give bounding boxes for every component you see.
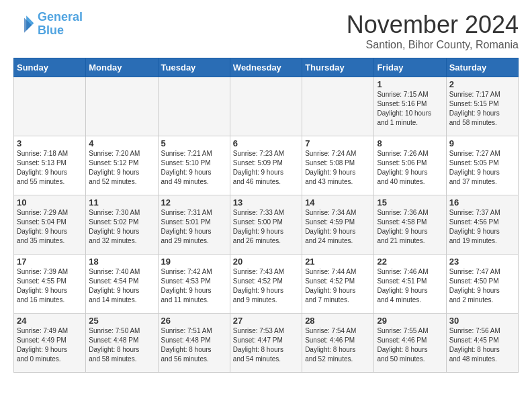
weekday-header-wednesday: Wednesday bbox=[230, 58, 302, 77]
calendar-cell: 3Sunrise: 7:18 AM Sunset: 5:13 PM Daylig… bbox=[14, 136, 86, 195]
calendar-cell: 26Sunrise: 7:51 AM Sunset: 4:48 PM Dayli… bbox=[158, 314, 230, 373]
calendar-cell: 29Sunrise: 7:55 AM Sunset: 4:46 PM Dayli… bbox=[374, 314, 446, 373]
day-info: Sunrise: 7:36 AM Sunset: 4:58 PM Dayligh… bbox=[377, 208, 443, 246]
calendar-cell: 24Sunrise: 7:49 AM Sunset: 4:49 PM Dayli… bbox=[14, 314, 86, 373]
day-info: Sunrise: 7:34 AM Sunset: 4:59 PM Dayligh… bbox=[305, 208, 371, 246]
day-number: 4 bbox=[89, 138, 154, 148]
logo-line1: General bbox=[38, 10, 83, 24]
calendar-cell: 21Sunrise: 7:44 AM Sunset: 4:52 PM Dayli… bbox=[302, 255, 374, 314]
day-info: Sunrise: 7:43 AM Sunset: 4:52 PM Dayligh… bbox=[233, 267, 299, 305]
calendar-cell bbox=[158, 77, 230, 136]
day-number: 20 bbox=[233, 257, 299, 267]
calendar-cell: 18Sunrise: 7:40 AM Sunset: 4:54 PM Dayli… bbox=[86, 255, 158, 314]
page: General Blue November 2024 Santion, Biho… bbox=[0, 0, 532, 383]
day-number: 21 bbox=[305, 257, 371, 267]
day-info: Sunrise: 7:49 AM Sunset: 4:49 PM Dayligh… bbox=[17, 326, 83, 364]
header: General Blue November 2024 Santion, Biho… bbox=[13, 11, 519, 51]
day-info: Sunrise: 7:23 AM Sunset: 5:09 PM Dayligh… bbox=[233, 149, 299, 187]
day-info: Sunrise: 7:29 AM Sunset: 5:04 PM Dayligh… bbox=[17, 208, 83, 246]
logo-line2: Blue bbox=[38, 24, 64, 37]
day-info: Sunrise: 7:15 AM Sunset: 5:16 PM Dayligh… bbox=[377, 90, 443, 128]
day-number: 22 bbox=[377, 257, 443, 267]
week-row-3: 10Sunrise: 7:29 AM Sunset: 5:04 PM Dayli… bbox=[14, 195, 519, 255]
calendar-cell: 25Sunrise: 7:50 AM Sunset: 4:48 PM Dayli… bbox=[86, 314, 158, 373]
calendar-cell: 14Sunrise: 7:34 AM Sunset: 4:59 PM Dayli… bbox=[302, 195, 374, 255]
day-number: 1 bbox=[377, 79, 443, 89]
day-number: 29 bbox=[377, 316, 443, 326]
calendar-cell: 19Sunrise: 7:42 AM Sunset: 4:53 PM Dayli… bbox=[158, 255, 230, 314]
calendar-cell bbox=[86, 77, 158, 136]
day-number: 5 bbox=[161, 138, 227, 148]
calendar-cell bbox=[14, 77, 86, 136]
day-info: Sunrise: 7:39 AM Sunset: 4:55 PM Dayligh… bbox=[17, 267, 83, 305]
weekday-row: SundayMondayTuesdayWednesdayThursdayFrid… bbox=[14, 58, 519, 77]
day-number: 12 bbox=[161, 197, 227, 208]
day-number: 15 bbox=[377, 197, 443, 208]
day-number: 25 bbox=[89, 316, 154, 326]
day-number: 3 bbox=[17, 138, 83, 148]
calendar-cell: 30Sunrise: 7:56 AM Sunset: 4:45 PM Dayli… bbox=[446, 314, 518, 373]
day-info: Sunrise: 7:17 AM Sunset: 5:15 PM Dayligh… bbox=[449, 90, 515, 128]
day-info: Sunrise: 7:46 AM Sunset: 4:51 PM Dayligh… bbox=[377, 267, 443, 305]
calendar-cell: 16Sunrise: 7:37 AM Sunset: 4:56 PM Dayli… bbox=[446, 195, 518, 255]
calendar-body: 1Sunrise: 7:15 AM Sunset: 5:16 PM Daylig… bbox=[14, 77, 519, 373]
day-info: Sunrise: 7:47 AM Sunset: 4:50 PM Dayligh… bbox=[449, 267, 515, 305]
day-number: 16 bbox=[449, 197, 515, 208]
calendar-header: SundayMondayTuesdayWednesdayThursdayFrid… bbox=[14, 58, 519, 77]
day-number: 27 bbox=[233, 316, 299, 326]
day-number: 18 bbox=[89, 257, 154, 267]
month-title: November 2024 bbox=[347, 11, 519, 39]
logo-icon bbox=[13, 13, 35, 35]
calendar-cell: 1Sunrise: 7:15 AM Sunset: 5:16 PM Daylig… bbox=[374, 77, 446, 136]
calendar-cell: 28Sunrise: 7:54 AM Sunset: 4:46 PM Dayli… bbox=[302, 314, 374, 373]
weekday-header-thursday: Thursday bbox=[302, 58, 374, 77]
calendar-cell: 15Sunrise: 7:36 AM Sunset: 4:58 PM Dayli… bbox=[374, 195, 446, 255]
day-info: Sunrise: 7:30 AM Sunset: 5:02 PM Dayligh… bbox=[89, 208, 154, 246]
calendar-cell: 23Sunrise: 7:47 AM Sunset: 4:50 PM Dayli… bbox=[446, 255, 518, 314]
logo-text: General Blue bbox=[38, 11, 83, 38]
day-info: Sunrise: 7:56 AM Sunset: 4:45 PM Dayligh… bbox=[449, 326, 515, 364]
calendar-cell: 6Sunrise: 7:23 AM Sunset: 5:09 PM Daylig… bbox=[230, 136, 302, 195]
calendar-cell bbox=[230, 77, 302, 136]
day-info: Sunrise: 7:50 AM Sunset: 4:48 PM Dayligh… bbox=[89, 326, 154, 364]
week-row-5: 24Sunrise: 7:49 AM Sunset: 4:49 PM Dayli… bbox=[14, 314, 519, 373]
calendar-cell: 20Sunrise: 7:43 AM Sunset: 4:52 PM Dayli… bbox=[230, 255, 302, 314]
day-info: Sunrise: 7:27 AM Sunset: 5:05 PM Dayligh… bbox=[449, 149, 515, 187]
title-block: November 2024 Santion, Bihor County, Rom… bbox=[347, 11, 519, 51]
day-number: 11 bbox=[89, 197, 154, 208]
day-number: 19 bbox=[161, 257, 227, 267]
day-number: 10 bbox=[17, 197, 83, 208]
day-number: 26 bbox=[161, 316, 227, 326]
weekday-header-friday: Friday bbox=[374, 58, 446, 77]
calendar-cell: 2Sunrise: 7:17 AM Sunset: 5:15 PM Daylig… bbox=[446, 77, 518, 136]
day-info: Sunrise: 7:44 AM Sunset: 4:52 PM Dayligh… bbox=[305, 267, 371, 305]
calendar-cell: 4Sunrise: 7:20 AM Sunset: 5:12 PM Daylig… bbox=[86, 136, 158, 195]
calendar-cell: 8Sunrise: 7:26 AM Sunset: 5:06 PM Daylig… bbox=[374, 136, 446, 195]
day-number: 24 bbox=[17, 316, 83, 326]
calendar: SundayMondayTuesdayWednesdayThursdayFrid… bbox=[13, 58, 519, 373]
weekday-header-saturday: Saturday bbox=[446, 58, 518, 77]
day-number: 7 bbox=[305, 138, 371, 148]
day-number: 17 bbox=[17, 257, 83, 267]
day-info: Sunrise: 7:26 AM Sunset: 5:06 PM Dayligh… bbox=[377, 149, 443, 187]
day-info: Sunrise: 7:24 AM Sunset: 5:08 PM Dayligh… bbox=[305, 149, 371, 187]
day-number: 6 bbox=[233, 138, 299, 148]
day-number: 9 bbox=[449, 138, 515, 148]
day-info: Sunrise: 7:33 AM Sunset: 5:00 PM Dayligh… bbox=[233, 208, 299, 246]
day-info: Sunrise: 7:37 AM Sunset: 4:56 PM Dayligh… bbox=[449, 208, 515, 246]
day-number: 28 bbox=[305, 316, 371, 326]
calendar-cell: 10Sunrise: 7:29 AM Sunset: 5:04 PM Dayli… bbox=[14, 195, 86, 255]
weekday-header-tuesday: Tuesday bbox=[158, 58, 230, 77]
day-info: Sunrise: 7:18 AM Sunset: 5:13 PM Dayligh… bbox=[17, 149, 83, 187]
day-number: 8 bbox=[377, 138, 443, 148]
day-info: Sunrise: 7:21 AM Sunset: 5:10 PM Dayligh… bbox=[161, 149, 227, 187]
calendar-cell: 13Sunrise: 7:33 AM Sunset: 5:00 PM Dayli… bbox=[230, 195, 302, 255]
location-subtitle: Santion, Bihor County, Romania bbox=[347, 39, 519, 51]
calendar-cell: 12Sunrise: 7:31 AM Sunset: 5:01 PM Dayli… bbox=[158, 195, 230, 255]
day-info: Sunrise: 7:42 AM Sunset: 4:53 PM Dayligh… bbox=[161, 267, 227, 305]
weekday-header-sunday: Sunday bbox=[14, 58, 86, 77]
day-number: 23 bbox=[449, 257, 515, 267]
weekday-header-monday: Monday bbox=[86, 58, 158, 77]
logo: General Blue bbox=[13, 11, 83, 38]
calendar-cell: 7Sunrise: 7:24 AM Sunset: 5:08 PM Daylig… bbox=[302, 136, 374, 195]
